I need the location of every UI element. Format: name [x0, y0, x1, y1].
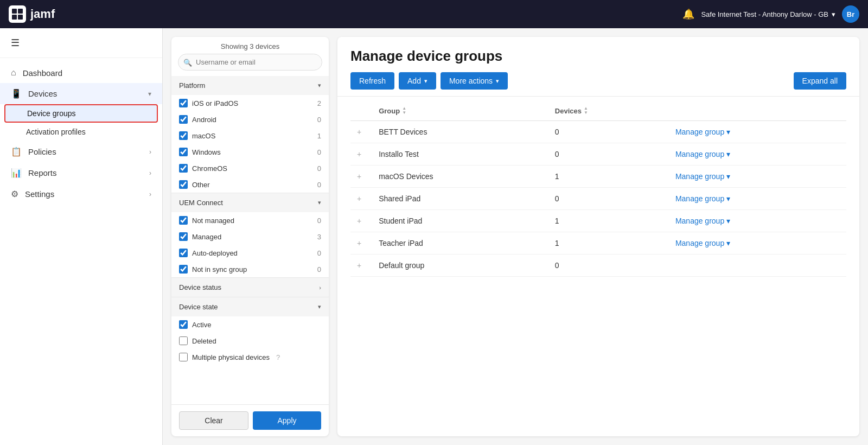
sidebar-item-policies[interactable]: 📋 Policies ›: [0, 141, 162, 162]
filter-section-uem-header[interactable]: UEM Connect ▾: [171, 193, 329, 212]
auto-deployed-count: 0: [317, 249, 321, 257]
row-expand-icon[interactable]: +: [357, 172, 366, 181]
user-avatar[interactable]: Br: [842, 5, 859, 23]
search-icon: 🔍: [183, 58, 192, 66]
filter-section-device-state-header[interactable]: Device state ▾: [171, 297, 329, 316]
main-layout: ☰ ⌂ Dashboard 📱 Devices ▾ Device groups …: [0, 28, 868, 445]
row-devices-count: 1: [548, 166, 669, 188]
sidebar-item-reports[interactable]: 📊 Reports ›: [0, 162, 162, 183]
sidebar-item-device-groups[interactable]: Device groups: [4, 104, 158, 123]
deleted-checkbox[interactable]: [179, 336, 188, 345]
filter-option-ios: iOS or iPadOS 2: [171, 95, 329, 111]
manage-group-link[interactable]: Manage group ▾: [675, 194, 840, 203]
expand-all-button[interactable]: Expand all: [794, 72, 846, 90]
search-input[interactable]: [178, 54, 322, 71]
sidebar-item-settings[interactable]: ⚙ Settings ›: [0, 183, 162, 205]
not-managed-label: Not managed: [192, 217, 234, 225]
row-action-cell: Manage group ▾: [669, 188, 846, 210]
filter-section-platform-header[interactable]: Platform ▾: [171, 76, 329, 95]
multiple-physical-label: Multiple physical devices: [192, 353, 270, 361]
filter-option-windows: Windows 0: [171, 144, 329, 160]
row-action-cell: [669, 255, 846, 277]
filter-option-managed: Managed 3: [171, 228, 329, 245]
filter-footer: Clear Apply: [171, 404, 329, 436]
devices-chevron-icon: ▾: [148, 90, 151, 98]
sidebar-item-devices[interactable]: 📱 Devices ▾: [0, 83, 162, 104]
row-action-cell: Manage group ▾: [669, 166, 846, 188]
auto-deployed-checkbox[interactable]: [179, 249, 188, 257]
deleted-label: Deleted: [192, 337, 216, 345]
jamf-logo-text: jamf: [30, 7, 55, 21]
row-group-name: Student iPad: [372, 210, 548, 232]
filter-search: 🔍: [171, 54, 329, 76]
row-group-name: Teacher iPad: [372, 232, 548, 255]
add-chevron-icon: ▾: [424, 78, 427, 85]
sidebar-item-label: Dashboard: [23, 68, 151, 78]
not-in-sync-label: Not in sync group: [192, 265, 247, 274]
multiple-physical-help-icon[interactable]: ?: [276, 353, 280, 361]
filter-option-multiple-physical: Multiple physical devices ?: [171, 349, 329, 365]
manage-group-link[interactable]: Manage group ▾: [675, 217, 840, 225]
table-row: + Shared iPad 0 Manage group ▾: [350, 188, 846, 210]
notification-icon[interactable]: 🔔: [682, 8, 694, 20]
main-toolbar: Refresh Add ▾ More actions ▾ Expand all: [350, 72, 846, 90]
org-selector[interactable]: Safe Internet Test - Anthony Darlow - GB…: [701, 10, 835, 18]
device-groups-table: Group ▲▼ Devices ▲▼: [350, 101, 846, 277]
manage-group-link[interactable]: Manage group ▾: [675, 128, 840, 136]
android-label: Android: [192, 116, 216, 124]
policies-chevron-icon: ›: [149, 148, 151, 156]
main-panel: Manage device groups Refresh Add ▾ More …: [337, 37, 859, 436]
windows-checkbox[interactable]: [179, 148, 188, 156]
manage-group-link[interactable]: Manage group ▾: [675, 172, 840, 181]
content-area: Showing 3 devices 🔍 Platform ▾ iOS or iP…: [163, 28, 868, 445]
managed-checkbox[interactable]: [179, 232, 188, 241]
col-action-header: [669, 101, 846, 121]
chromeos-checkbox[interactable]: [179, 164, 188, 173]
device-status-label: Device status: [179, 283, 221, 291]
row-expand-icon[interactable]: +: [357, 128, 366, 136]
chromeos-count: 0: [317, 164, 321, 173]
not-in-sync-count: 0: [317, 265, 321, 274]
sidebar-item-label: Devices: [28, 89, 142, 98]
toolbar-left: Refresh Add ▾ More actions ▾: [350, 72, 508, 90]
other-checkbox[interactable]: [179, 180, 188, 189]
row-expand-icon[interactable]: +: [357, 217, 366, 225]
macos-checkbox[interactable]: [179, 131, 188, 140]
filter-option-other: Other 0: [171, 176, 329, 193]
platform-section-label: Platform: [179, 81, 205, 90]
not-managed-checkbox[interactable]: [179, 216, 188, 225]
multiple-physical-checkbox[interactable]: [179, 353, 188, 361]
row-expand-cell: +: [350, 121, 372, 143]
sidebar-hamburger-icon[interactable]: ☰: [0, 28, 162, 58]
sidebar-item-activation-profiles[interactable]: Activation profiles: [0, 123, 162, 141]
android-checkbox[interactable]: [179, 115, 188, 124]
add-button[interactable]: Add ▾: [399, 72, 436, 90]
manage-group-link[interactable]: Manage group ▾: [675, 150, 840, 158]
refresh-button[interactable]: Refresh: [350, 72, 394, 90]
active-checkbox[interactable]: [179, 320, 188, 329]
row-expand-icon[interactable]: +: [357, 261, 366, 270]
not-in-sync-checkbox[interactable]: [179, 265, 188, 274]
filter-section-device-status-header[interactable]: Device status ›: [171, 277, 329, 297]
row-expand-icon[interactable]: +: [357, 194, 366, 203]
sidebar-item-label: Policies: [28, 147, 143, 156]
devices-sort[interactable]: Devices ▲▼: [555, 106, 588, 115]
col-devices-header[interactable]: Devices ▲▼: [548, 101, 669, 121]
ios-checkbox[interactable]: [179, 99, 188, 107]
row-expand-icon[interactable]: +: [357, 239, 366, 247]
group-sort[interactable]: Group ▲▼: [379, 106, 406, 115]
row-expand-icon[interactable]: +: [357, 150, 366, 158]
main-header: Manage device groups Refresh Add ▾ More …: [337, 37, 859, 97]
row-group-name: Installo Test: [372, 143, 548, 166]
apply-button[interactable]: Apply: [253, 411, 321, 430]
devices-sort-arrows: ▲▼: [584, 106, 588, 115]
manage-group-link[interactable]: Manage group ▾: [675, 239, 840, 247]
row-group-name: Default group: [372, 255, 548, 277]
more-actions-button[interactable]: More actions ▾: [441, 72, 508, 90]
jamf-logo: jamf: [9, 5, 55, 23]
col-group-header[interactable]: Group ▲▼: [372, 101, 548, 121]
sidebar-item-dashboard[interactable]: ⌂ Dashboard: [0, 62, 162, 83]
settings-icon: ⚙: [11, 189, 18, 199]
table-row: + BETT Devices 0 Manage group ▾: [350, 121, 846, 143]
clear-button[interactable]: Clear: [179, 411, 248, 430]
